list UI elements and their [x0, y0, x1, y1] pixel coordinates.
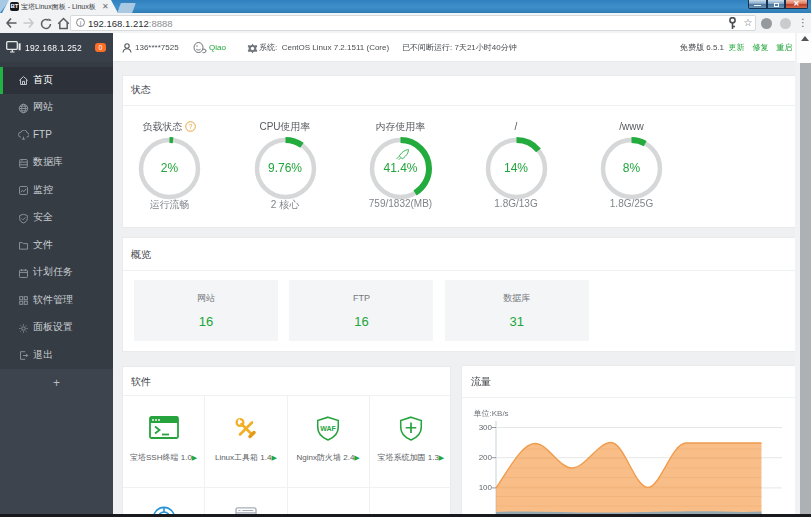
svg-text:WAF: WAF	[320, 425, 336, 432]
svg-text:?: ?	[189, 123, 193, 130]
